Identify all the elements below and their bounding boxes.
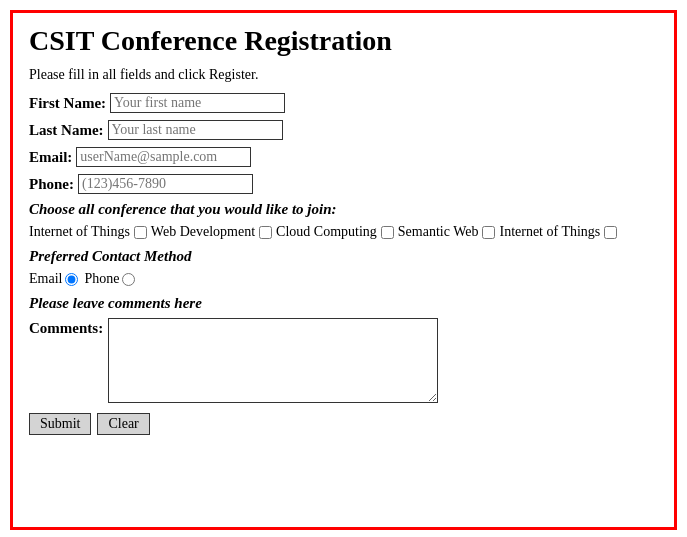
contact-method-label: Preferred Contact Method xyxy=(29,248,658,265)
list-item: Phone xyxy=(84,271,135,287)
first-name-input[interactable] xyxy=(110,93,285,113)
phone-input[interactable] xyxy=(78,174,253,194)
comments-label: Comments: xyxy=(29,318,103,337)
contact-radio-email[interactable] xyxy=(65,273,78,286)
comments-section: Please leave comments here Comments: xyxy=(29,295,658,403)
email-input[interactable] xyxy=(76,147,251,167)
radio-row: Email Phone xyxy=(29,271,658,287)
last-name-row: Last Name: xyxy=(29,120,658,140)
page-title: CSIT Conference Registration xyxy=(29,25,658,57)
list-item: Internet of Things xyxy=(29,224,147,240)
form-container: CSIT Conference Registration Please fill… xyxy=(10,10,677,530)
conference-section-label: Choose all conference that you would lik… xyxy=(29,201,658,218)
last-name-input[interactable] xyxy=(108,120,283,140)
list-item: Web Development xyxy=(151,224,272,240)
first-name-label: First Name: xyxy=(29,95,106,112)
checkboxes-row: Internet of Things Web Development Cloud… xyxy=(29,224,658,240)
conference-checkbox-2[interactable] xyxy=(381,226,394,239)
buttons-row: Submit Clear xyxy=(29,413,658,435)
phone-row: Phone: xyxy=(29,174,658,194)
phone-label: Phone: xyxy=(29,176,74,193)
comments-textarea[interactable] xyxy=(108,318,438,403)
clear-button[interactable]: Clear xyxy=(97,413,149,435)
email-label: Email: xyxy=(29,149,72,166)
conference-checkbox-1[interactable] xyxy=(259,226,272,239)
contact-radio-phone[interactable] xyxy=(122,273,135,286)
submit-button[interactable]: Submit xyxy=(29,413,91,435)
list-item: Email xyxy=(29,271,78,287)
list-item: Cloud Computing xyxy=(276,224,394,240)
subtitle: Please fill in all fields and click Regi… xyxy=(29,67,658,83)
conference-checkbox-3[interactable] xyxy=(482,226,495,239)
last-name-label: Last Name: xyxy=(29,122,104,139)
list-item: Internet of Things xyxy=(499,224,617,240)
first-name-row: First Name: xyxy=(29,93,658,113)
conference-checkbox-4[interactable] xyxy=(604,226,617,239)
email-row: Email: xyxy=(29,147,658,167)
list-item: Semantic Web xyxy=(398,224,496,240)
conference-checkbox-0[interactable] xyxy=(134,226,147,239)
comments-row: Comments: xyxy=(29,318,658,403)
comments-section-label: Please leave comments here xyxy=(29,295,658,312)
